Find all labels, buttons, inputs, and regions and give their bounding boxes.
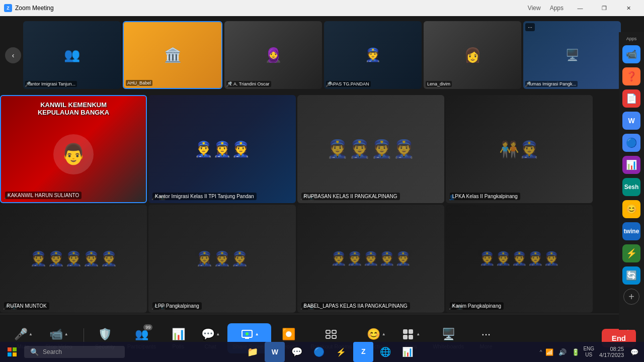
taskbar-whatsapp[interactable]: 💬 [287,342,307,362]
video-grid-area: KANWIL KEMENKUMKEPULAUAN BANGKA 👨 🎤 KAKA… [0,94,619,314]
cell-8-video: 👮👮👮👮👮 [446,205,593,313]
svg-rect-8 [403,335,408,339]
video-grid: KANWIL KEMENKUMKEPULAUAN BANGKA 👨 🎤 KAKA… [0,95,593,313]
cell-8-people: 👮👮👮👮👮 [479,251,559,266]
sidebar-grid-icon[interactable]: ⚡ [622,244,640,262]
cell-5-video: 👮👮👮👮👮 [0,205,147,313]
close-button[interactable]: ✕ [617,0,640,16]
thumb-4-video: 👮 [324,21,422,89]
start-button[interactable] [0,342,24,362]
chat-caret-row: 💬 ▲ [201,327,220,341]
thumbnail-4[interactable]: 👮 LAPAS TG.PANDAN 🎤 [324,21,422,89]
security-icon: 🛡️ [98,327,112,341]
sidebar-quiz-icon[interactable]: 📊 [622,156,640,174]
strip-prev-button[interactable]: ‹ [5,47,21,63]
thumb-2-label: AHU_Babel [126,80,152,86]
video-cell-3[interactable]: 👮👮👮👮 🎤 📷 RUPBASAN KELAS II PANGKALPINANG [297,95,444,203]
taskbar-notification-icon[interactable]: 💬 [629,348,640,356]
taskbar-explorer[interactable]: 📁 [243,342,263,362]
svg-point-1 [246,332,249,335]
title-bar-view[interactable]: View [524,0,545,16]
zoom-icon: Z [4,4,12,12]
video-cell-8[interactable]: 👮👮👮👮👮 🎤 📷 Kanim Pangkalpinang [446,205,593,313]
sidebar-docs-icon[interactable]: 📄 [622,89,640,108]
thumb-1-label: Kantor Imigrasi Tanjun... [25,81,77,87]
cell-1-label: KAKANWIL HARUN SULIANTO [5,192,82,199]
thumbnail-strip: ‹ 👥 Kantor Imigrasi Tanjun... 🎤 🏛️ AHU_B… [0,16,644,94]
sidebar-kahoot-icon[interactable]: ❓ [622,67,640,85]
cell-1-overlay: KANWIL KEMENKUMKEPULAUAN BANGKA [38,101,109,116]
taskbar-chrome[interactable]: 🌐 [375,342,395,362]
whiteboards-icon: 🖥️ [441,327,455,341]
chat-caret: ▲ [216,332,220,336]
cell-6-people: 👮‍♀️👮👮 [196,250,249,267]
thumb-3-video: 🧕 [224,21,322,89]
cell-2-label: Kantor Imigrasi Kelas II TPI Tanjung Pan… [152,193,256,200]
apps-caret-row: ▲ [401,327,420,341]
taskbar-datetime[interactable]: 08:25 4/17/2023 [596,346,627,358]
sidebar-zoom-icon[interactable]: 📹 [622,45,640,63]
video-cell-5[interactable]: 👮👮👮👮👮 🎤 📷 RUTAN MUNTOK [0,205,147,313]
thumbnail-3[interactable]: 🧕 N. A. Triandini Oscar 🎤 [224,21,322,89]
cell-7-label: BABEL_LAPAS KELAS IIA PANGKALPINANG [301,302,410,310]
thumbnail-1[interactable]: 👥 Kantor Imigrasi Tanjun... 🎤 [23,21,121,89]
cell-5-label: RUTAN MUNTOK [4,302,49,310]
thumb-1-mic-icon: 🎤 [25,81,31,87]
video-cell-2[interactable]: 👮‍♂️👮‍♀️👮 🎤 📷 Kantor Imigrasi Kelas II T… [148,95,295,203]
sidebar-refresh-icon[interactable]: 🔄 [622,266,640,285]
video-cell-6[interactable]: 👮‍♀️👮👮 🎤 📷 LPP Pangkalpinang [148,205,295,313]
taskbar-battery-icon[interactable]: 🔋 [570,348,581,356]
thumb-5-label: Lena_divim [426,81,452,87]
taskbar-pptx[interactable]: 📊 [397,342,418,362]
cell-4-people: 🧑‍🤝‍🧑👮 [499,140,539,159]
stop-video-caret: ▲ [64,332,68,336]
thumbnail-2[interactable]: 🏛️ AHU_Babel [123,21,222,89]
video-cell-7[interactable]: 👮👮👮👮👮 🎤 📷 BABEL_LAPAS KELAS IIA PANGKALP… [297,205,444,313]
svg-rect-7 [409,329,413,334]
taskbar-chevron-icon[interactable]: ^ [540,349,542,355]
sidebar-google-icon[interactable]: 🔵 [622,134,640,152]
maximize-button[interactable]: ❐ [593,0,616,16]
svg-rect-10 [8,347,12,351]
taskbar-network-icon[interactable]: 📶 [544,348,555,356]
taskbar-lang[interactable]: ENG US [583,346,594,358]
taskbar-word[interactable]: W [265,342,285,362]
thumbnail-6[interactable]: 🖥️ ··· Humas Imigrasi Pangk... 🎤 [523,21,621,89]
title-bar-title: Zoom Meeting [15,5,54,12]
cell-2-video: 👮‍♂️👮‍♀️👮 [148,95,295,203]
taskbar-unknown1[interactable]: 🔵 [309,342,329,362]
sidebar-add-button[interactable]: + [623,289,639,305]
thumb-6-dots: ··· [525,23,535,31]
taskbar-search-box[interactable]: 🔍 Search [24,346,125,358]
minimize-button[interactable]: — [569,0,592,16]
taskbar-search-icon: 🔍 [30,348,39,356]
video-cell-1[interactable]: KANWIL KEMENKUMKEPULAUAN BANGKA 👨 🎤 KAKA… [0,95,147,203]
title-bar-apps[interactable]: Apps [546,0,568,16]
cell-8-label: Kanim Pangkalpinang [450,302,504,310]
thumb-6-label: Humas Imigrasi Pangk... [525,81,578,87]
apps-toolbar-icon [401,327,415,341]
thumb-3-label: N. A. Triandini Oscar [226,81,271,87]
thumb-2-video: 🏛️ [124,22,221,88]
cell-7-people: 👮👮👮👮👮 [331,251,411,266]
video-cell-4[interactable]: 🧑‍🤝‍🧑👮 👤 LPKA Kelas II Pangkalpinang [446,95,593,203]
cell-6-video: 👮‍♀️👮👮 [148,205,295,313]
taskbar-volume-icon[interactable]: 🔊 [557,348,568,356]
reactions-icon: 😊 [367,327,381,341]
svg-rect-3 [332,330,336,333]
cell-4-video: 🧑‍🤝‍🧑👮 [446,95,593,203]
reactions-caret-row: 😊 ▲ [367,327,386,341]
sidebar-word-icon[interactable]: W [622,112,640,130]
cell-5-people: 👮👮👮👮👮 [30,250,118,267]
sidebar-sesh-icon[interactable]: Sesh [622,178,640,196]
cell-1-video: KANWIL KEMENKUMKEPULAUAN BANGKA 👨 [1,96,146,202]
share-screen-icon [240,327,254,341]
taskbar-zoom[interactable]: Z [353,342,373,362]
svg-rect-11 [13,347,17,351]
cell-7-video: 👮👮👮👮👮 [297,205,444,313]
participants-badge: 99 [143,324,152,330]
sidebar-twine-icon[interactable]: twine [622,222,640,240]
thumbnail-5[interactable]: 👩 Lena_divim [424,21,521,89]
sidebar-emoji-icon[interactable]: 😊 [622,200,640,218]
taskbar-unknown2[interactable]: ⚡ [331,342,351,362]
